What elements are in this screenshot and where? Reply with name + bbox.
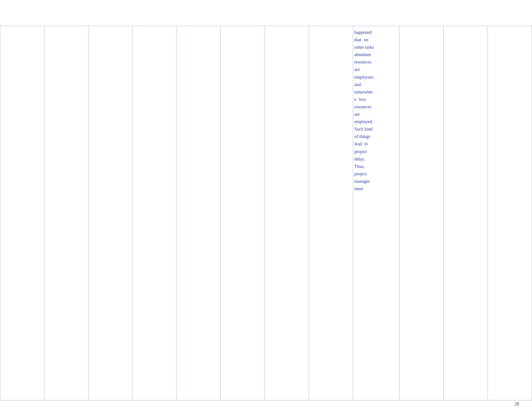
word-1-a: that (354, 36, 361, 44)
page-container: happenedthatonsome tasksabundantresource… (0, 0, 532, 411)
grid-container: happenedthatonsome tasksabundantresource… (0, 26, 532, 400)
grid-col-10 (400, 26, 444, 400)
word-11: are (354, 111, 360, 118)
word-17: delay. (354, 155, 365, 163)
word-4: resources (354, 58, 372, 66)
word-2: some tasks (354, 44, 374, 51)
grid-col-9-text: happenedthatonsome tasksabundantresource… (353, 26, 400, 400)
word-3: abundant (354, 51, 371, 58)
grid-col-1 (0, 26, 44, 400)
word-1-b: on (364, 36, 368, 44)
grid-col-2 (44, 26, 89, 400)
word-9-b: less (359, 96, 366, 103)
word-14: of things (354, 133, 370, 140)
word-7: and (354, 81, 361, 88)
grid-col-12 (488, 26, 532, 400)
grid-col-11 (444, 26, 488, 400)
word-19: project (354, 170, 367, 178)
word-8: somewher (354, 88, 373, 96)
grid-col-8 (309, 26, 353, 400)
page-number: 28 (515, 402, 519, 407)
word-15-a: lead (354, 140, 362, 148)
word-pair-9: eless (354, 96, 366, 103)
word-6: employees (354, 73, 374, 81)
grid-col-6 (221, 26, 265, 400)
word-15-b: to (364, 140, 368, 148)
grid-col-3 (89, 26, 133, 400)
grid-col-5 (177, 26, 221, 400)
word-pair-1: thaton (354, 36, 368, 44)
grid-col-4 (132, 26, 177, 400)
grid-col-7 (265, 26, 309, 400)
word-18: Thus, (354, 163, 365, 170)
word-5: are (354, 66, 360, 73)
word-12: employed. (354, 118, 373, 125)
word-pair-15: leadto (354, 140, 368, 148)
word-16: project (354, 148, 367, 155)
word-13: Such kind (354, 125, 372, 133)
word-9-a: e (354, 96, 356, 103)
word-20: manager (354, 178, 370, 185)
word-0: happened (354, 29, 372, 36)
word-21: must (354, 185, 363, 192)
word-10: resources (354, 103, 372, 111)
